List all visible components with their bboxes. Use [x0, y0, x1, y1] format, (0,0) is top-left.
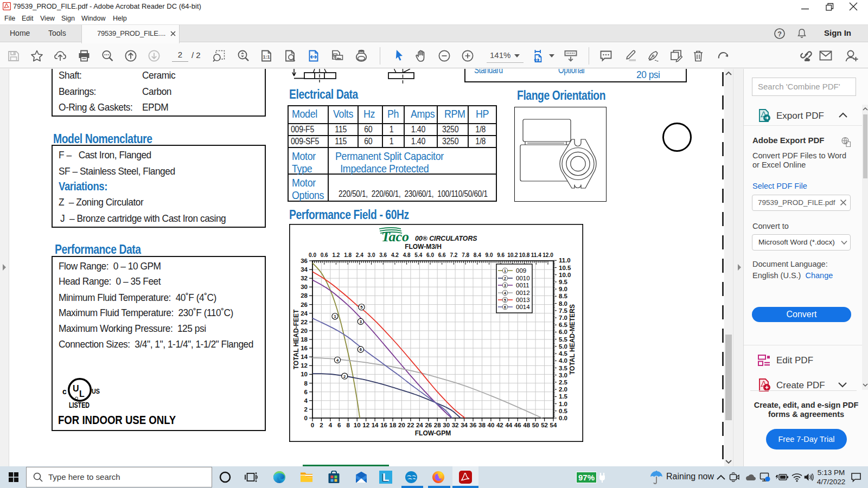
svg-text:16: 16: [380, 422, 387, 428]
svg-text:7.8: 7.8: [462, 252, 469, 258]
svg-text:7.0: 7.0: [559, 314, 567, 321]
svg-text:22: 22: [301, 319, 308, 325]
svg-text:9.6: 9.6: [497, 252, 505, 258]
svg-text:40: 40: [488, 422, 495, 428]
svg-text:20: 20: [398, 422, 405, 428]
svg-text:7.2: 7.2: [450, 252, 457, 258]
svg-text:48: 48: [523, 422, 530, 428]
svg-text:0: 0: [311, 422, 314, 428]
svg-text:10.2: 10.2: [507, 252, 518, 258]
svg-text:12.0: 12.0: [542, 252, 553, 258]
svg-text:38: 38: [478, 422, 486, 428]
svg-text:12: 12: [362, 422, 369, 428]
svg-text:4.5: 4.5: [559, 350, 568, 357]
svg-text:4.0: 4.0: [559, 357, 567, 364]
svg-text:2.5: 2.5: [559, 379, 568, 386]
svg-text:5.0: 5.0: [559, 343, 567, 350]
svg-text:2: 2: [343, 374, 346, 379]
svg-text:0013: 0013: [516, 297, 530, 303]
svg-text:TOTAL HEAD-METERS: TOTAL HEAD-METERS: [569, 304, 576, 375]
svg-text:12: 12: [301, 362, 308, 369]
svg-text:Taco: Taco: [381, 229, 409, 245]
svg-text:1.8: 1.8: [344, 252, 352, 258]
svg-text:8.0: 8.0: [559, 300, 567, 307]
svg-text:14: 14: [372, 422, 379, 428]
svg-text:6.5: 6.5: [559, 322, 568, 328]
svg-text:0014: 0014: [516, 304, 530, 310]
svg-text:28: 28: [434, 422, 441, 428]
svg-text:4: 4: [329, 422, 333, 428]
svg-text:6.6: 6.6: [438, 252, 446, 258]
svg-text:10.5: 10.5: [559, 265, 571, 271]
svg-text:11.0: 11.0: [559, 257, 571, 264]
svg-text:2.4: 2.4: [356, 252, 363, 258]
svg-text:TOTAL HEAD-FEET: TOTAL HEAD-FEET: [292, 309, 300, 369]
svg-text:0.0: 0.0: [309, 252, 316, 258]
svg-text:5: 5: [504, 298, 506, 302]
svg-text:9.5: 9.5: [559, 279, 568, 285]
svg-text:0011: 0011: [516, 282, 529, 288]
svg-text:8.5: 8.5: [559, 293, 568, 299]
svg-text:0.0: 0.0: [559, 415, 567, 421]
svg-text:2: 2: [320, 422, 323, 428]
svg-text:18: 18: [301, 336, 308, 343]
svg-text:1.2: 1.2: [332, 252, 340, 258]
svg-text:FLOW-GPM: FLOW-GPM: [415, 429, 451, 437]
svg-text:20: 20: [301, 328, 308, 334]
svg-text:4.2: 4.2: [391, 252, 399, 258]
svg-text:32: 32: [452, 422, 459, 428]
svg-text:52: 52: [541, 422, 548, 428]
svg-text:?: ?: [777, 30, 782, 38]
svg-text:LISTED: LISTED: [69, 401, 90, 409]
svg-text:0: 0: [304, 415, 308, 421]
svg-text:16: 16: [301, 345, 308, 351]
svg-text:US: US: [92, 388, 100, 395]
svg-text:1:1: 1:1: [263, 54, 270, 60]
svg-text:6.0: 6.0: [426, 252, 434, 258]
svg-text:2: 2: [504, 277, 506, 280]
svg-text:54: 54: [550, 422, 557, 428]
svg-text:24: 24: [416, 422, 423, 428]
svg-text:009: 009: [516, 267, 526, 274]
svg-text:2: 2: [304, 406, 308, 413]
svg-text:3.0: 3.0: [559, 372, 567, 378]
svg-text:11.4: 11.4: [531, 252, 541, 258]
svg-text:4.8: 4.8: [403, 252, 411, 258]
svg-text:42: 42: [496, 422, 503, 428]
svg-text:9.0: 9.0: [486, 252, 493, 258]
svg-text:1: 1: [334, 314, 336, 319]
svg-text:5: 5: [360, 305, 362, 310]
svg-text:8: 8: [347, 422, 350, 428]
svg-text:6: 6: [360, 347, 362, 352]
svg-text:c: c: [62, 387, 67, 396]
svg-text:10: 10: [301, 371, 308, 377]
svg-text:6: 6: [337, 422, 341, 428]
svg-text:34: 34: [301, 266, 308, 273]
svg-text:36: 36: [470, 422, 477, 428]
svg-text:L: L: [79, 389, 85, 399]
svg-text:26: 26: [301, 301, 308, 308]
svg-text:0.5: 0.5: [559, 408, 568, 414]
svg-text:3: 3: [360, 319, 362, 324]
svg-text:8.4: 8.4: [474, 252, 481, 258]
svg-text:5.5: 5.5: [559, 336, 568, 343]
svg-text:24: 24: [301, 310, 308, 317]
svg-text:1.0: 1.0: [559, 401, 567, 407]
svg-text:2.0: 2.0: [559, 386, 567, 393]
svg-text:4: 4: [504, 291, 506, 295]
svg-text:18: 18: [390, 422, 397, 428]
svg-text:1.5: 1.5: [559, 393, 568, 400]
svg-text:3.5: 3.5: [559, 365, 568, 371]
svg-text:FLOW-M3/H: FLOW-M3/H: [405, 243, 442, 251]
svg-text:26: 26: [425, 422, 432, 428]
svg-text:10.8: 10.8: [519, 252, 530, 258]
svg-text:34: 34: [461, 422, 468, 428]
svg-text:22: 22: [407, 422, 414, 428]
svg-text:10.0: 10.0: [559, 272, 571, 278]
svg-text:7.5: 7.5: [559, 307, 568, 314]
svg-text:0.6: 0.6: [321, 252, 328, 258]
svg-text:3: 3: [504, 284, 506, 287]
svg-text:6: 6: [304, 389, 308, 395]
svg-text:30: 30: [301, 284, 308, 290]
svg-text:3.6: 3.6: [379, 252, 387, 258]
